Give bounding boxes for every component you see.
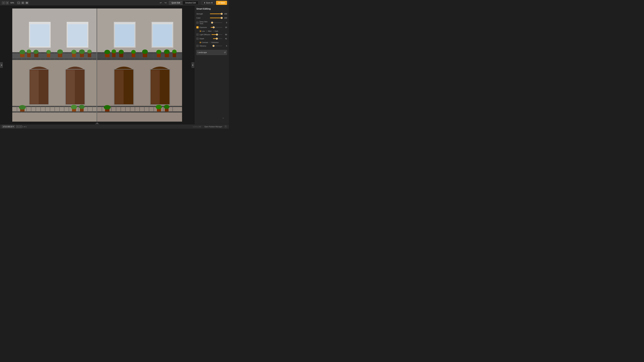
exposure-high-option[interactable]: High — [213, 30, 218, 32]
exposure-high-radio[interactable] — [213, 30, 214, 32]
deep-skin-control: Deep Skin Tone 0 — [196, 21, 227, 24]
zoom-out-button[interactable]: − — [2, 1, 5, 4]
exposure-low-option[interactable]: Low — [200, 30, 205, 32]
main-content: ◀ — [0, 6, 229, 124]
landscape-reset-icon: ↺ — [224, 51, 226, 54]
vibrancy-value: 5 — [223, 45, 227, 47]
undo-redo-controls: ↩ ↪ — [159, 1, 168, 5]
exposure-med-option[interactable]: Med — [206, 30, 211, 32]
depth-definition-radio[interactable] — [210, 42, 211, 43]
scroll-up-arrow[interactable]: ▲ — [95, 122, 100, 124]
cursor-indicator: ✛ — [222, 117, 224, 119]
svg-rect-101 — [152, 22, 173, 24]
svg-point-88 — [79, 105, 84, 109]
color-control: Color 100 — [196, 17, 227, 19]
svg-point-167 — [104, 105, 111, 109]
tab-detailed-edit[interactable]: Detailed Edit — [183, 1, 198, 5]
undo-button[interactable]: ↩ — [159, 1, 163, 5]
file-next-button[interactable]: › — [19, 125, 22, 128]
open-radiant-manager[interactable]: Open Radiant Manager — [204, 126, 222, 128]
svg-rect-139 — [115, 70, 124, 104]
exposure-low-radio[interactable] — [200, 30, 201, 32]
bottombar: d710-080.tif ▾ ‹ › 1 of 1 v.1.0.1.182 Op… — [0, 124, 229, 129]
exposure-med-radio[interactable] — [206, 30, 208, 32]
nav-arrow-right[interactable]: ▶ — [192, 62, 194, 68]
light-diffusion-value: 50 — [223, 34, 227, 35]
depth-contrast-option[interactable]: Contrast — [200, 41, 208, 43]
depth-radio-row: Contrast Definition — [200, 41, 227, 43]
svg-point-130 — [104, 50, 110, 54]
tab-quick-edit[interactable]: Quick Edit — [169, 1, 183, 5]
svg-rect-61 — [66, 70, 75, 104]
svg-rect-129 — [173, 53, 176, 57]
file-prev-button[interactable]: ‹ — [16, 125, 19, 128]
svg-rect-3 — [26, 2, 27, 3]
color-value: 100 — [223, 17, 227, 19]
strength-slider[interactable] — [210, 12, 222, 15]
depth-value: 41 — [223, 38, 227, 39]
depth-definition-option[interactable]: Definition — [210, 41, 219, 43]
svg-point-50 — [34, 50, 38, 54]
svg-rect-144 — [160, 70, 169, 104]
svg-rect-0 — [18, 2, 20, 3]
dropdown-icon: ▾ — [13, 125, 14, 128]
image-viewer — [12, 8, 182, 122]
deep-skin-checkbox[interactable] — [196, 21, 198, 24]
exposure-checkbox[interactable]: ✓ — [196, 26, 198, 28]
exposure-slider[interactable] — [211, 26, 222, 28]
vibrancy-slider[interactable] — [213, 45, 222, 47]
redo-button[interactable]: ↪ — [164, 1, 168, 5]
strength-label: Strength — [196, 13, 209, 15]
svg-point-54 — [79, 49, 85, 54]
view-quad-button[interactable] — [25, 1, 28, 4]
strength-control: Strength 100 — [196, 12, 227, 15]
help-button[interactable]: ? — [224, 125, 227, 128]
depth-contrast-radio[interactable] — [200, 42, 201, 43]
svg-rect-89 — [96, 8, 97, 122]
light-diffusion-checkbox[interactable] — [196, 33, 198, 36]
svg-point-136 — [164, 49, 170, 54]
deep-skin-slider[interactable] — [212, 21, 222, 24]
exposure-control: ✓ Exposure 10 — [196, 26, 227, 28]
light-diffusion-control: Light Diffusion 50 — [196, 33, 227, 36]
color-label: Color — [196, 17, 209, 19]
color-slider[interactable] — [210, 17, 222, 19]
exposure-low-label: Low — [202, 30, 205, 32]
svg-point-137 — [172, 50, 176, 53]
zoom-level: 50% — [10, 2, 15, 4]
svg-rect-58 — [39, 70, 48, 104]
save-all-button[interactable]: ⬇ Save All — [202, 1, 215, 5]
svg-rect-5 — [26, 3, 27, 3]
depth-slider[interactable] — [213, 37, 222, 40]
svg-point-49 — [27, 49, 31, 53]
svg-point-132 — [119, 50, 124, 54]
right-panel: Smart Editing Strength 100 Color 100 — [194, 6, 229, 124]
view-single-button[interactable] — [17, 1, 20, 4]
svg-rect-57 — [30, 70, 39, 104]
svg-rect-62 — [76, 70, 84, 104]
depth-checkbox[interactable] — [196, 37, 198, 40]
file-dropdown[interactable]: d710-080.tif ▾ — [2, 125, 15, 128]
zoom-in-button[interactable]: + — [6, 1, 9, 4]
svg-point-169 — [164, 105, 170, 109]
svg-rect-140 — [124, 70, 133, 104]
landscape-button[interactable]: Landscape ↺ — [196, 50, 227, 55]
file-nav: ‹ › 1 of 1 — [16, 125, 27, 128]
svg-point-55 — [87, 50, 92, 53]
exposure-value: 10 — [223, 26, 227, 28]
filename: d710-080.tif — [3, 126, 12, 128]
view-split-button[interactable] — [21, 1, 24, 4]
svg-point-135 — [156, 50, 161, 54]
svg-rect-15 — [30, 22, 51, 24]
file-count: 1 of 1 — [22, 126, 27, 128]
nav-arrow-left[interactable]: ◀ — [0, 62, 3, 68]
save-icon: ⬇ — [218, 2, 220, 4]
vibrancy-checkbox[interactable] — [196, 45, 198, 47]
file-selector: d710-080.tif ▾ — [2, 125, 15, 128]
save-button[interactable]: ⬇ Save — [216, 1, 227, 5]
canvas-area: ◀ — [0, 6, 194, 124]
light-diffusion-slider[interactable] — [212, 33, 222, 36]
svg-rect-14 — [30, 23, 50, 46]
svg-point-134 — [142, 49, 148, 54]
depth-label: Depth — [200, 38, 212, 39]
